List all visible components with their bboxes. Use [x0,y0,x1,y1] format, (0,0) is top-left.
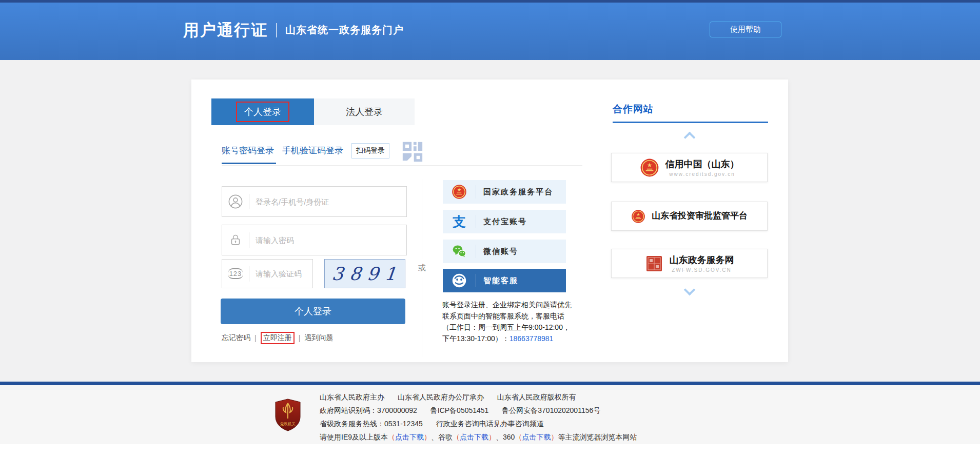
partners-title-underline [613,122,768,123]
svg-text:★: ★ [457,187,461,192]
brand: 用户通行证 山东省统一政务服务门户 [183,0,404,60]
svg-text:★: ★ [646,161,652,168]
tab-legal-label: 法人登录 [346,106,383,118]
help-button[interactable]: 使用帮助 [710,22,781,37]
qr-code-icon[interactable] [401,140,424,164]
captcha-input[interactable] [249,269,312,278]
browser-note-prefix: 请使用IE9及以上版本 [320,433,388,441]
footer-security-record: 鲁公网安备37010202001156号 [502,406,600,414]
annotation-box-register: 立即注册 [261,332,295,344]
method-sms-code[interactable]: 手机验证码登录 [282,145,343,156]
helper-links-row: 忘记密码 | 立即注册 | 遇到问题 [222,332,333,344]
lock-icon [222,233,249,247]
partners-title: 合作网站 [613,103,654,116]
tab-personal-label: 个人登录 [244,107,281,117]
captcha-value: 3891 [326,264,403,284]
third-party-label: 微信账号 [476,247,518,256]
third-party-label: 支付宝账号 [476,217,527,227]
browser-note-360: 、360 [496,433,515,441]
footer-accent-bar [0,382,980,385]
svg-text:★: ★ [636,212,640,217]
divider-line [422,277,422,356]
link-separator: | [299,334,301,342]
trouble-link[interactable]: 遇到问题 [304,333,333,343]
password-field-wrap [222,225,407,255]
captcha-field-wrap: 123 [222,259,313,288]
annotation-box-personal-tab: 个人登录 [236,102,289,122]
download-ie-link[interactable]: 点击下载 [395,433,424,441]
partner-name: 信用中国（山东） [665,158,739,170]
header-top-strip [0,0,980,3]
paren-open: （ [515,433,522,441]
footer-copyright: 山东省人民政府版权所有 [497,393,576,401]
red-seal-icon [645,254,663,273]
user-icon [222,194,249,209]
tab-personal-login[interactable]: 个人登录 [211,98,314,125]
or-label: 或 [418,263,426,273]
browser-note-suffix: 等主流浏览器浏览本网站 [558,433,637,441]
method-scan-login[interactable]: 扫码登录 [351,143,389,158]
forgot-password-link[interactable]: 忘记密码 [222,333,250,343]
partner-card-text: 山东省投资审批监管平台 [652,210,748,223]
header: 用户通行证 山东省统一政务服务门户 使用帮助 [0,0,980,60]
login-portal-page: 用户通行证 山东省统一政务服务门户 使用帮助 个人登录 法人登录 账号密码登录 … [0,0,980,457]
third-party-smart-service[interactable]: 智能客服 [443,269,566,292]
service-phone-link[interactable]: 18663778981 [509,334,554,343]
footer-text: 山东省人民政府主办 山东省人民政府办公厅承办 山东省人民政府版权所有 政府网站识… [320,390,637,444]
register-now-link[interactable]: 立即注册 [263,333,292,342]
third-party-label: 国家政务服务平台 [476,187,553,197]
chevron-down-icon[interactable] [684,286,695,296]
personal-login-submit-button[interactable]: 个人登录 [221,299,405,324]
paren-close: ） [551,433,558,441]
third-party-label: 智能客服 [476,276,518,286]
partner-name: 山东政务服务网 [670,254,734,266]
chevron-up-icon[interactable] [684,131,695,141]
paren-open: （ [453,433,460,441]
or-divider: 或 [417,180,426,356]
footer-consult-note: 行政业务咨询电话见办事咨询频道 [436,420,544,428]
method-divider-line [222,165,582,166]
paren-open: （ [388,433,395,441]
footer-host: 山东省人民政府主办 [320,393,384,401]
alipay-icon: 支 [443,215,476,228]
tab-legal-login[interactable]: 法人登录 [314,98,415,125]
footer-line-3: 省级政务服务热线：0531-12345 行政业务咨询电话见办事咨询频道 [320,417,637,430]
footer-hotline: 省级政务服务热线：0531-12345 [320,420,423,428]
username-field-wrap [222,186,407,217]
partner-url-caption: www.creditsd.gov.cn [669,171,735,177]
government-badge-icon: 党政机关 [273,398,302,432]
footer-icp: 鲁ICP备05051451 [430,406,489,414]
download-360-link[interactable]: 点击下载 [522,433,551,441]
third-party-alipay[interactable]: 支 支付宝账号 [443,210,566,233]
footer-line-4: 请使用IE9及以上版本（点击下载）、谷歌（点击下载）、360（点击下载）等主流浏… [320,430,637,444]
link-separator: | [254,334,257,342]
username-input[interactable] [249,197,406,206]
customer-service-note: 账号登录注册、企业绑定相关问题请优先联系页面中的智能客服系统，客服电话（工作日：… [442,299,575,344]
third-party-wechat[interactable]: 微信账号 [443,240,566,263]
partner-url-caption: ZWFW.SD.GOV.CN [672,267,732,273]
partner-name: 山东省投资审批监管平台 [652,210,748,222]
footer-line-1: 山东省人民政府主办 山东省人民政府办公厅承办 山东省人民政府版权所有 [320,390,637,404]
third-party-national-platform[interactable]: ★ 国家政务服务平台 [443,180,566,204]
svg-text:党政机关: 党政机关 [280,422,296,426]
password-input[interactable] [249,236,406,245]
robot-customer-service-icon [443,273,476,288]
wechat-icon [443,244,476,259]
browser-note-chrome: 、谷歌 [431,433,453,441]
partner-site-shandong-zwfw[interactable]: 山东政务服务网 ZWFW.SD.GOV.CN [611,249,768,278]
footer: 党政机关 山东省人民政府主办 山东省人民政府办公厅承办 山东省人民政府版权所有 … [0,385,980,444]
method-account-password[interactable]: 账号密码登录 [222,145,274,156]
divider-line [422,180,422,259]
method-active-underline [222,163,276,164]
footer-organizer: 山东省人民政府办公厅承办 [398,393,484,401]
captcha-image[interactable]: 3891 [324,259,405,288]
paren-close: ） [424,433,431,441]
footer-site-id: 政府网站识别码：3700000092 [320,406,417,414]
partner-site-investment-platform[interactable]: ★ 山东省投资审批监管平台 [611,202,768,231]
footer-line-2: 政府网站识别码：3700000092 鲁ICP备05051451 鲁公网安备37… [320,404,637,417]
partner-site-credit-china[interactable]: ★ 信用中国（山东） www.creditsd.gov.cn [611,153,768,182]
captcha-123-icon: 123 [222,268,249,279]
site-title: 用户通行证 [183,19,268,41]
partner-card-text: 信用中国（山东） www.creditsd.gov.cn [665,158,739,177]
download-chrome-link[interactable]: 点击下载 [460,433,488,441]
